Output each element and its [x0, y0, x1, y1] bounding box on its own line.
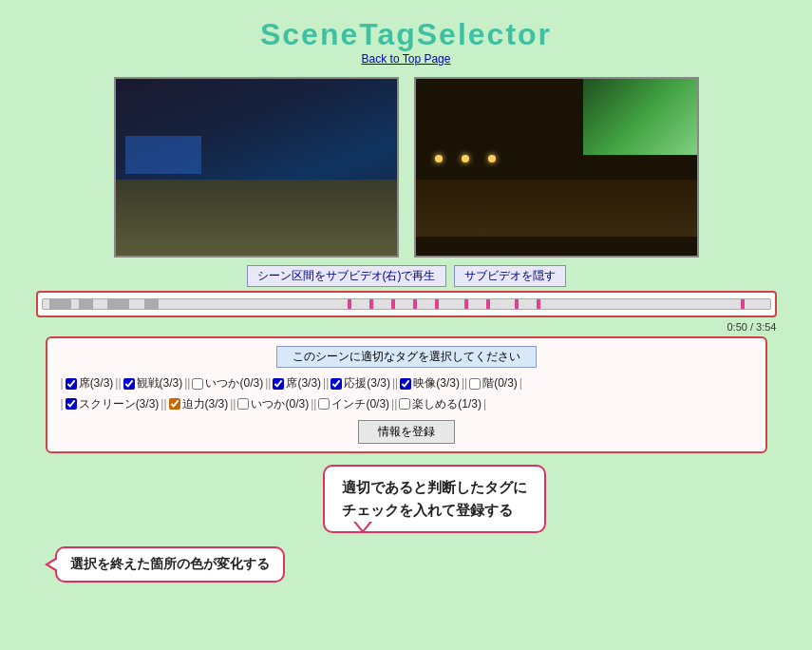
bubble-left: 選択を終えた箇所の色が変化する [55, 546, 285, 583]
sep-r1-5: || [392, 373, 398, 394]
tick-2 [369, 299, 373, 309]
cb-スクリーン[interactable] [66, 398, 77, 410]
light-dot-2 [462, 155, 469, 162]
tag-row-2: | スクリーン(3/3) || 迫力(3/3) || いつか(0/3) || イ… [59, 394, 754, 415]
sep-r2-4: || [391, 394, 397, 415]
tag-title-row: このシーンに適切なタグを選択してください [59, 346, 754, 368]
sep-r1-2: || [184, 373, 190, 394]
tag-row-1: | 席(3/3) || 観戦(3/3) || いつか(0/3) || 席(3/3… [59, 373, 754, 394]
video-left[interactable] [114, 77, 399, 258]
video-right-shelf [416, 180, 697, 237]
tick-7 [486, 299, 490, 309]
sep-r2-2: || [230, 394, 236, 415]
gray-block-4 [144, 299, 159, 309]
bubble-right: 適切であると判断したタグにチェックを入れて登録する [323, 465, 546, 533]
sep-r1-0: | [61, 373, 64, 394]
tag-観戦[interactable]: 観戦(3/3) [123, 373, 183, 394]
tag-インチ[interactable]: インチ(0/3) [318, 394, 389, 415]
cb-迫力[interactable] [169, 398, 180, 410]
video-right-content [416, 79, 697, 256]
cb-インチ[interactable] [318, 398, 330, 410]
tag-階[interactable]: 階(0/3) [469, 373, 518, 394]
cb-楽しめる[interactable] [399, 398, 410, 410]
videos-row [114, 77, 699, 258]
light-dot-3 [488, 155, 496, 162]
cb-席-1[interactable] [66, 378, 77, 390]
video-right-lights [435, 155, 496, 162]
tick-8 [515, 299, 519, 309]
tag-スクリーン[interactable]: スクリーン(3/3) [66, 394, 160, 415]
bubble-left-text: 選択を終えた箇所の色が変化する [70, 556, 270, 571]
page-title: SceneTagSelector [260, 17, 552, 52]
tick-4 [413, 299, 417, 309]
sep-r2-0: | [61, 394, 64, 415]
sep-r1-1: || [115, 373, 121, 394]
cb-応援[interactable] [330, 378, 342, 390]
tag-rows: | 席(3/3) || 観戦(3/3) || いつか(0/3) || 席(3/3… [59, 373, 754, 414]
tag-いつか-2[interactable]: いつか(0/3) [237, 394, 309, 415]
timeline-bar[interactable] [42, 298, 771, 310]
tick-9 [537, 299, 540, 309]
tick-3 [391, 299, 395, 309]
gray-block-2 [79, 299, 93, 309]
tag-席-2[interactable]: 席(3/3) [273, 373, 321, 394]
tick-1 [348, 299, 351, 309]
sep-r1-6: || [462, 373, 467, 394]
tag-応援[interactable]: 応援(3/3) [330, 373, 390, 394]
cb-いつか-2[interactable] [237, 398, 249, 410]
sep-r1-7: | [519, 373, 522, 394]
page-container: SceneTagSelector Back to Top Page シーン区間を… [0, 0, 812, 650]
gray-block-1 [49, 299, 71, 309]
tick-10 [741, 299, 745, 309]
tick-5 [435, 299, 439, 309]
tag-迫力[interactable]: 迫力(3/3) [169, 394, 229, 415]
tag-席-1[interactable]: 席(3/3) [66, 373, 114, 394]
reg-btn-row: 情報を登録 [59, 420, 754, 444]
timeline-outer[interactable] [36, 291, 777, 317]
video-left-blue-area [125, 136, 201, 174]
cb-観戦[interactable] [123, 378, 135, 390]
tag-title-button[interactable]: このシーンに適切なタグを選択してください [276, 346, 537, 368]
tick-6 [464, 299, 468, 309]
video-left-floor [116, 180, 397, 256]
controls-row: シーン区間をサブビデオ(右)で再生 サブビデオを隠す [247, 265, 566, 287]
cb-階[interactable] [469, 378, 481, 390]
video-right[interactable] [414, 77, 699, 258]
tag-panel: このシーンに適切なタグを選択してください | 席(3/3) || 観戦(3/3)… [46, 336, 767, 453]
cb-いつか-1[interactable] [192, 378, 203, 390]
hide-sub-video-button[interactable]: サブビデオを隠す [454, 265, 566, 287]
back-to-top-link[interactable]: Back to Top Page [362, 52, 451, 66]
tag-いつか-1[interactable]: いつか(0/3) [192, 373, 263, 394]
bubbles-section: 適切であると判断したタグにチェックを入れて登録する 選択を終えた箇所の色が変化す… [36, 465, 777, 583]
cb-席-2[interactable] [273, 378, 284, 390]
register-button[interactable]: 情報を登録 [358, 420, 455, 444]
gray-block-3 [107, 299, 129, 309]
sep-r2-5: | [483, 394, 486, 415]
sep-r1-3: || [265, 373, 271, 394]
bubble-right-text: 適切であると判断したタグにチェックを入れて登録する [342, 479, 527, 518]
sep-r2-1: || [161, 394, 166, 415]
cb-映像[interactable] [400, 378, 411, 390]
time-display: 0:50 / 3:54 [36, 321, 777, 333]
video-left-content [116, 79, 397, 256]
timeline-container [36, 291, 777, 317]
tag-楽しめる[interactable]: 楽しめる(1/3) [399, 394, 482, 415]
play-sub-video-button[interactable]: シーン区間をサブビデオ(右)で再生 [247, 265, 446, 287]
light-dot-1 [435, 155, 443, 162]
tag-映像[interactable]: 映像(3/3) [400, 373, 460, 394]
video-right-green [583, 79, 697, 155]
sep-r2-3: || [311, 394, 316, 415]
sep-r1-4: || [323, 373, 329, 394]
